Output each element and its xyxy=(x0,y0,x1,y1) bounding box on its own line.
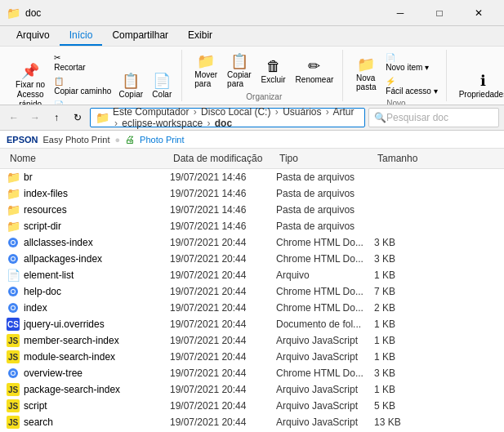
table-row[interactable]: JS script 19/07/2021 20:44 Arquivo JavaS… xyxy=(0,398,504,414)
ribbon-group-clipboard: 📌 Fixar noAcesso rápido ✂ Recortar 📋 Cop… xyxy=(7,50,182,101)
file-name-text: index xyxy=(24,302,47,314)
header-name[interactable]: Nome xyxy=(7,151,170,166)
ribbon-group-new: 📁 Novapasta 📄 Novo item ▾ ⚡ Fácil acesso… xyxy=(346,50,446,101)
css-icon: CS xyxy=(7,318,20,331)
rename-button[interactable]: ✏ Renomear xyxy=(292,56,338,87)
file-type: Chrome HTML Do... xyxy=(276,237,374,248)
recortar-button[interactable]: ✂ Recortar xyxy=(51,51,114,73)
close-button[interactable]: ✕ xyxy=(460,0,497,26)
table-row[interactable]: JS module-search-index 19/07/2021 20:44 … xyxy=(0,349,504,365)
open-buttons: ℹ Propriedades 📂 Abrir ▾ ✏ Editar 🕐 Hist… xyxy=(455,51,504,105)
file-date: 19/07/2021 20:44 xyxy=(170,367,276,379)
breadcrumb-item-doc[interactable]: doc xyxy=(215,118,232,129)
new-buttons: 📁 Novapasta 📄 Novo item ▾ ⚡ Fácil acesso… xyxy=(351,51,440,97)
paste-button[interactable]: 📄 Colar xyxy=(147,71,176,101)
file-name-cell: 📄 element-list xyxy=(7,269,170,282)
tab-exibir[interactable]: Exibir xyxy=(178,26,222,46)
js-icon: JS xyxy=(7,383,20,396)
table-row[interactable]: help-doc 19/07/2021 20:44 Chrome HTML Do… xyxy=(0,283,504,300)
breadcrumb-item-computer[interactable]: Este Computador xyxy=(113,106,189,118)
new-folder-label: Novapasta xyxy=(356,73,376,91)
photo-print-icon: 🖨 xyxy=(125,134,135,145)
minimize-button[interactable]: ─ xyxy=(381,0,419,26)
addressbar-row: ← → ↑ ↻ 📁 Este Computador › Disco Local … xyxy=(0,105,504,131)
file-size: 13 KB xyxy=(374,416,439,428)
up-button[interactable]: ↑ xyxy=(47,109,65,127)
copiar-caminho-button[interactable]: 📋 Copiar caminho xyxy=(51,75,114,97)
copy-button[interactable]: 📋 Copiar xyxy=(116,71,145,101)
header-date[interactable]: Data de modificação xyxy=(170,151,276,166)
table-row[interactable]: JS member-search-index 19/07/2021 20:44 … xyxy=(0,332,504,349)
file-type: Pasta de arquivos xyxy=(276,204,374,216)
svg-point-11 xyxy=(11,306,15,310)
copy-to-button[interactable]: 📋 Copiarpara xyxy=(223,51,255,91)
table-row[interactable]: 📁 script-dir 19/07/2021 14:46 Pasta de a… xyxy=(0,218,504,234)
breadcrumb-item-users[interactable]: Usuários xyxy=(283,106,321,118)
table-row[interactable]: overview-tree 19/07/2021 20:44 Chrome HT… xyxy=(0,365,504,381)
delete-button[interactable]: 🗑 Excluir xyxy=(257,56,290,87)
maximize-button[interactable]: □ xyxy=(421,0,458,26)
tab-compartilhar[interactable]: Compartilhar xyxy=(102,26,178,46)
refresh-button[interactable]: ↻ xyxy=(69,109,87,127)
file-type: Arquivo xyxy=(276,269,374,281)
organize-buttons: 📁 Moverpara 📋 Copiarpara 🗑 Excluir ✏ Ren… xyxy=(190,51,337,91)
breadcrumb-item-artur[interactable]: Artur xyxy=(333,106,355,118)
delete-icon: 🗑 xyxy=(266,59,281,73)
file-size: 3 KB xyxy=(374,237,439,248)
header-type[interactable]: Tipo xyxy=(276,151,374,166)
table-row[interactable]: JS package-search-index 19/07/2021 20:44… xyxy=(0,381,504,398)
tab-arquivo[interactable]: Arquivo xyxy=(7,26,60,46)
search-bar[interactable]: 🔍 Pesquisar doc xyxy=(368,108,499,127)
breadcrumb-item-workspace[interactable]: eclipse-workspace xyxy=(122,118,203,129)
copy-to-label: Copiarpara xyxy=(227,70,251,88)
table-row[interactable]: CS jquery-ui.overrides 19/07/2021 20:44 … xyxy=(0,316,504,332)
tab-inicio[interactable]: Início xyxy=(60,26,103,46)
new-item-button[interactable]: 📄 Novo item ▾ xyxy=(382,51,440,73)
photo-print-link[interactable]: Photo Print xyxy=(140,135,184,145)
file-name-text: index-files xyxy=(24,188,68,199)
table-row[interactable]: 📄 element-list 19/07/2021 20:44 Arquivo … xyxy=(0,267,504,283)
colar-atalho-button[interactable]: 📄 Colar atalho xyxy=(51,99,114,105)
new-folder-button[interactable]: 📁 Novapasta xyxy=(351,55,381,94)
file-date: 19/07/2021 20:44 xyxy=(170,237,276,248)
file-size: 2 KB xyxy=(374,302,439,314)
file-name-cell: CS jquery-ui.overrides xyxy=(7,318,170,331)
chrome-icon xyxy=(7,367,20,380)
file-type: Documento de fol... xyxy=(276,318,374,330)
table-row[interactable]: 📁 br 19/07/2021 14:46 Pasta de arquivos xyxy=(0,169,504,185)
properties-button[interactable]: ℹ Propriedades xyxy=(455,71,504,101)
back-button[interactable]: ← xyxy=(5,109,23,127)
easy-access-button[interactable]: ⚡ Fácil acesso ▾ xyxy=(382,75,440,97)
file-type: Chrome HTML Do... xyxy=(276,367,374,379)
clipboard-buttons: 📌 Fixar noAcesso rápido ✂ Recortar 📋 Cop… xyxy=(11,51,176,105)
pin-icon: 📌 xyxy=(21,64,39,78)
file-icon: 📄 xyxy=(7,269,20,282)
table-row[interactable]: allclasses-index 19/07/2021 20:44 Chrome… xyxy=(0,234,504,251)
file-name-cell: JS search xyxy=(7,416,170,429)
ribbon: Arquivo Início Compartilhar Exibir 📌 Fix… xyxy=(0,26,504,105)
table-row[interactable]: allpackages-index 19/07/2021 20:44 Chrom… xyxy=(0,251,504,267)
table-row[interactable]: 📁 resources 19/07/2021 14:46 Pasta de ar… xyxy=(0,202,504,218)
file-name-cell: JS package-search-index xyxy=(7,383,170,396)
breadcrumb-item-disk[interactable]: Disco Local (C:) xyxy=(201,106,270,118)
file-name-cell: JS module-search-index xyxy=(7,350,170,363)
table-row[interactable]: 📁 index-files 19/07/2021 14:46 Pasta de … xyxy=(0,185,504,202)
svg-point-8 xyxy=(11,290,15,293)
new-small-group: 📄 Novo item ▾ ⚡ Fácil acesso ▾ xyxy=(382,51,440,97)
file-name-cell: help-doc xyxy=(7,285,170,298)
folder-icon: 📁 xyxy=(7,187,20,200)
move-button[interactable]: 📁 Moverpara xyxy=(190,51,221,91)
file-size: 1 KB xyxy=(374,335,439,346)
table-row[interactable]: index 19/07/2021 20:44 Chrome HTML Do...… xyxy=(0,300,504,316)
pin-button[interactable]: 📌 Fixar noAcesso rápido xyxy=(11,61,49,105)
paste-label: Colar xyxy=(152,90,172,99)
header-size[interactable]: Tamanho xyxy=(374,151,439,166)
organize-label: Organizar xyxy=(246,92,282,101)
file-name-text: script xyxy=(24,400,47,412)
table-row[interactable]: JS search 19/07/2021 20:44 Arquivo JavaS… xyxy=(0,414,504,430)
file-date: 19/07/2021 20:44 xyxy=(170,286,276,297)
file-name-cell: 📁 resources xyxy=(7,203,170,216)
forward-button[interactable]: → xyxy=(26,109,44,127)
address-bar[interactable]: 📁 Este Computador › Disco Local (C:) › U… xyxy=(90,108,365,127)
copy-label: Copiar xyxy=(119,90,143,99)
